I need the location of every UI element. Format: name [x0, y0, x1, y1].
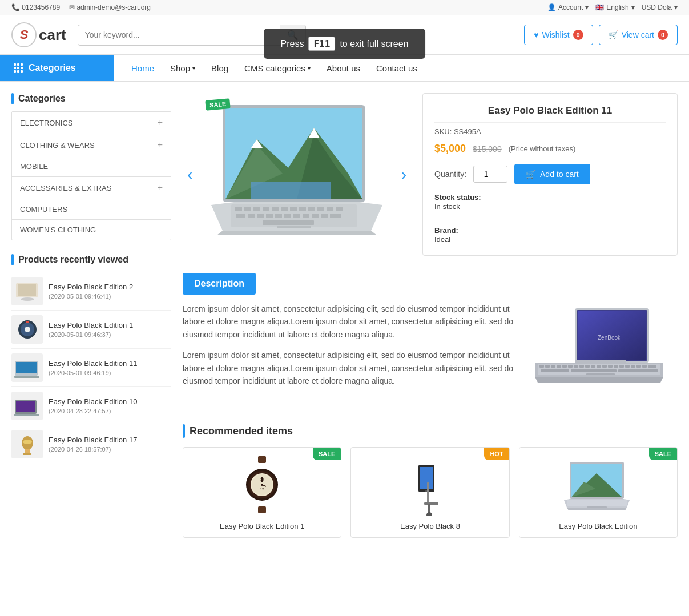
svg-rect-76	[642, 365, 647, 368]
quantity-input[interactable]	[473, 166, 507, 183]
recommended-section: Recommended items SALE	[183, 424, 678, 538]
add-to-cart-button[interactable]: 🛒 Add to cart	[514, 164, 590, 184]
quantity-label: Quantity:	[434, 170, 466, 179]
nav-shop[interactable]: Shop ▾	[170, 63, 195, 73]
category-clothing[interactable]: CLOTHING & WEARS +	[12, 134, 171, 156]
svg-rect-33	[290, 207, 297, 211]
svg-rect-44	[284, 214, 291, 218]
recent-thumb-4	[11, 430, 43, 458]
svg-point-5	[25, 327, 30, 332]
category-computers[interactable]: COMPUTERS	[12, 199, 171, 220]
svg-rect-12	[14, 414, 39, 416]
fullscreen-text-before: Press	[281, 39, 304, 49]
cart-icon: 🛒	[609, 30, 618, 39]
carousel-prev-button[interactable]: ‹	[183, 161, 197, 188]
description-para-1: Lorem ipsum dolor sit amet, consectetur …	[183, 303, 518, 341]
svg-rect-72	[619, 365, 624, 368]
logo[interactable]: S cart	[11, 22, 66, 47]
wishlist-button[interactable]: ♥ Wishlist 0	[524, 25, 593, 45]
product-image-wrapper: SALE	[200, 94, 394, 255]
svg-rect-66	[585, 365, 590, 368]
currency-selector[interactable]: USD Dola ▾	[642, 3, 678, 11]
svg-rect-38	[336, 207, 343, 211]
svg-rect-27	[235, 207, 242, 211]
svg-rect-36	[317, 207, 324, 211]
topbar: 📞 0123456789 ✉ admin-demo@s-cart.org 👤 A…	[0, 0, 689, 15]
recent-products: Easy Polo Black Edition 2 (2020-05-01 09…	[11, 272, 171, 463]
category-womens[interactable]: WOMEN'S CLOTHING	[12, 220, 171, 240]
recent-item-1[interactable]: Easy Polo Black Edition 1 (2020-05-01 09…	[11, 311, 171, 349]
recent-info-3: Easy Polo Black Edition 10 (2020-04-28 2…	[49, 397, 171, 415]
svg-rect-83	[258, 506, 266, 513]
svg-rect-81	[586, 373, 615, 375]
nav-blog[interactable]: Blog	[211, 63, 228, 73]
recent-item-0[interactable]: Easy Polo Black Edition 2 (2020-05-01 09…	[11, 272, 171, 311]
language-selector[interactable]: 🇬🇧 English ▾	[595, 3, 634, 11]
svg-rect-74	[631, 365, 635, 368]
product-area: ‹ SALE	[183, 93, 678, 538]
svg-rect-94	[420, 467, 433, 489]
expand-icon: +	[158, 183, 163, 193]
category-accessories[interactable]: ACCESSARIES & EXTRAS +	[12, 177, 171, 199]
svg-rect-43	[275, 214, 282, 218]
view-cart-button[interactable]: 🛒 View cart 0	[599, 25, 678, 45]
recent-item-2[interactable]: Easy Polo Black Edition 11 (2020-05-01 0…	[11, 349, 171, 387]
category-mobile[interactable]: MOBILE	[12, 156, 171, 177]
svg-rect-104	[567, 500, 627, 506]
topbar-right: 👤 Account ▾ 🇬🇧 English ▾ USD Dola ▾	[547, 3, 678, 11]
svg-rect-39	[236, 214, 245, 218]
recent-info-1: Easy Polo Black Edition 1 (2020-05-01 09…	[49, 321, 171, 339]
svg-rect-75	[636, 365, 641, 368]
cart-icon: 🛒	[526, 170, 535, 179]
svg-rect-37	[327, 207, 333, 211]
search-input[interactable]	[78, 26, 280, 44]
svg-rect-46	[303, 214, 309, 218]
account-link[interactable]: 👤 Account ▾	[547, 3, 589, 11]
sidebar: Categories ELECTRONICS + CLOTHING & WEAR…	[11, 93, 171, 538]
svg-rect-69	[602, 365, 607, 368]
svg-rect-79	[571, 369, 617, 372]
recent-item-3[interactable]: Easy Polo Black Edition 10 (2020-04-28 2…	[11, 387, 171, 425]
nav-about[interactable]: About us	[327, 63, 360, 73]
recently-viewed-title: Products recently viewed	[11, 254, 171, 265]
svg-rect-78	[541, 369, 569, 372]
sale-tag: SALE	[205, 98, 231, 111]
svg-rect-45	[293, 214, 300, 218]
svg-rect-71	[614, 365, 618, 368]
wishlist-badge: 0	[573, 30, 583, 40]
svg-rect-2	[18, 284, 36, 296]
carousel-next-button[interactable]: ›	[397, 161, 411, 188]
svg-rect-49	[330, 214, 341, 218]
recent-info-4: Easy Polo Black Edition 17 (2020-04-26 1…	[49, 436, 171, 453]
rec-item-1[interactable]: HOT Eas	[350, 447, 509, 538]
recent-item-4[interactable]: Easy Polo Black Edition 17 (2020-04-26 1…	[11, 425, 171, 463]
svg-rect-51	[277, 226, 311, 228]
rec-item-2[interactable]: SALE Easy Polo Black E	[519, 447, 678, 538]
category-electronics[interactable]: ELECTRONICS +	[12, 112, 171, 134]
svg-rect-34	[299, 207, 306, 211]
nav-contact[interactable]: Contact us	[376, 63, 417, 73]
svg-rect-15	[25, 449, 30, 453]
logo-icon: S	[11, 22, 37, 47]
svg-rect-61	[557, 365, 561, 368]
quantity-row: Quantity: 🛒 Add to cart	[434, 164, 666, 184]
product-image	[200, 94, 394, 253]
nav-links: Home Shop ▾ Blog CMS categories ▾ About …	[114, 55, 434, 81]
rec-badge-0: SALE	[313, 448, 341, 460]
rec-badge-1: HOT	[484, 448, 509, 460]
svg-rect-73	[625, 365, 630, 368]
svg-rect-82	[258, 456, 266, 463]
nav-home[interactable]: Home	[131, 63, 154, 73]
svg-rect-80	[618, 369, 658, 372]
category-list: ELECTRONICS + CLOTHING & WEARS + MOBILE …	[11, 111, 171, 240]
svg-rect-70	[608, 365, 613, 368]
rec-item-0[interactable]: SALE 12	[183, 447, 341, 538]
svg-point-1	[21, 297, 34, 301]
svg-rect-60	[551, 365, 555, 368]
categories-button[interactable]: Categories	[0, 55, 114, 81]
product-image-container: ‹ SALE	[183, 93, 411, 256]
stock-row: Stock status: In stock	[434, 192, 666, 211]
logo-text: cart	[39, 26, 66, 44]
svg-rect-35	[308, 207, 315, 211]
nav-cms[interactable]: CMS categories ▾	[244, 63, 311, 73]
